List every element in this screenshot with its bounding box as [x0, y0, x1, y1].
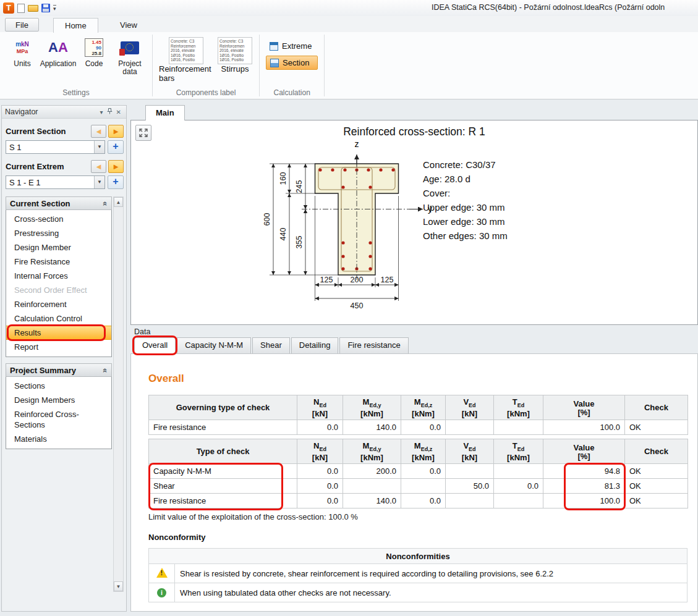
- sidebar-item-calculation-control[interactable]: Calculation Control: [6, 311, 111, 326]
- value-cell: 0.0: [401, 464, 446, 479]
- cross-section-drawing: z y: [224, 139, 440, 318]
- info-concrete: Concrete: C30/37: [423, 158, 508, 172]
- dim-200: 200: [351, 276, 364, 284]
- col-governing-type: Governing type of check: [149, 395, 297, 420]
- extreme-button[interactable]: Extreme: [266, 40, 318, 53]
- check-name-cell: Shear: [149, 479, 297, 494]
- info-icon: [157, 588, 166, 597]
- sidebar-item-sections[interactable]: Sections: [6, 379, 111, 393]
- tab-shear[interactable]: Shear: [252, 337, 290, 353]
- value-cell: 200.0: [343, 464, 401, 479]
- tab-main[interactable]: Main: [145, 105, 185, 120]
- tab-file[interactable]: File: [5, 18, 39, 32]
- main-area: Main Reinforced cross-section: R 1: [130, 105, 698, 612]
- project-summary-panel-header[interactable]: Project Summary «: [6, 363, 112, 377]
- section-info: Concrete: C30/37 Age: 28.0 d Cover: Uppe…: [423, 158, 508, 243]
- app-logo-icon[interactable]: T: [3, 2, 14, 14]
- dim-125-right: 125: [381, 276, 394, 284]
- col-value: Value[%]: [543, 395, 625, 420]
- value-cell: [446, 464, 494, 479]
- application-icon: AA: [48, 38, 68, 57]
- sidebar-item-prestressing[interactable]: Prestressing: [6, 226, 111, 240]
- current-extreme-combobox[interactable]: S 1 - E 1 ▼: [6, 175, 105, 189]
- code-button[interactable]: 1.459025.8 Code: [77, 36, 111, 70]
- navigator-panel: Navigator ▾ ✕ Current Section ◀ ▶ S 1 ▼ …: [1, 105, 127, 612]
- add-section-button[interactable]: +: [108, 140, 124, 154]
- pin-icon[interactable]: [105, 108, 114, 116]
- table-header-row: Nonconformities: [149, 549, 687, 564]
- info-cover: Cover:: [423, 186, 508, 200]
- reinforcement-bars-button[interactable]: Concrete: C3 Reinforcemen 2016, elevate …: [158, 36, 215, 84]
- sidebar-item-reinforced-cross-sections[interactable]: Reinforced Cross-Sections: [6, 407, 111, 432]
- sidebar-item-design-member[interactable]: Design Member: [6, 240, 111, 255]
- group-components-label: Concrete: C3 Reinforcemen 2016, elevate …: [153, 32, 259, 99]
- current-section-label: Current Section: [6, 127, 89, 136]
- value-cell: 0.0: [401, 494, 446, 508]
- scroll-down-icon[interactable]: ▼: [114, 581, 123, 591]
- nonconformity-text: Shear is resisted by concrete, shear rei…: [175, 564, 687, 583]
- prev-extreme-button[interactable]: ◀: [91, 160, 106, 173]
- col-ted: TEd[kNm]: [494, 439, 543, 464]
- value-cell: 94.8: [543, 464, 625, 479]
- chevron-down-icon[interactable]: ▼: [94, 176, 104, 188]
- save-icon[interactable]: [41, 4, 50, 12]
- project-summary-list: Sections Design Members Reinforced Cross…: [6, 377, 112, 449]
- table-row: When using tabulated data other checks a…: [149, 583, 687, 602]
- status-cell: OK: [625, 479, 688, 494]
- col-check: Check: [625, 395, 688, 420]
- value-cell: 100.0: [543, 420, 625, 435]
- value-cell: [494, 464, 543, 479]
- add-extreme-button[interactable]: +: [108, 175, 124, 189]
- stirrups-preview: Concrete: C3 Reinforcemen 2016, elevate …: [218, 37, 252, 64]
- chevron-down-icon[interactable]: ▼: [94, 141, 104, 153]
- prev-section-button[interactable]: ◀: [91, 125, 106, 138]
- panel-menu-icon[interactable]: ▾: [98, 109, 105, 116]
- col-ted: TEd[kNm]: [494, 395, 543, 420]
- stirrups-button[interactable]: Concrete: C3 Reinforcemen 2016, elevate …: [216, 36, 254, 75]
- dim-160: 160: [279, 172, 287, 185]
- customize-toolbar-icon[interactable]: ▾: [53, 5, 56, 12]
- sidebar-item-reinforcement[interactable]: Reinforcement: [6, 297, 111, 311]
- group-settings: mkNMPa Units AA Application 1.459025.8 C…: [0, 32, 152, 99]
- tab-overall[interactable]: Overall: [134, 337, 176, 354]
- application-button[interactable]: AA Application: [41, 36, 75, 70]
- sidebar-item-design-members[interactable]: Design Members: [6, 393, 111, 407]
- table-row: Fire resistance 0.0 140.0 0.0 100.0 OK: [149, 494, 688, 508]
- dim-355: 355: [295, 236, 304, 249]
- scroll-up-icon[interactable]: ▲: [114, 197, 123, 207]
- project-data-button[interactable]: Project data: [113, 36, 147, 78]
- axis-z-label: z: [355, 139, 359, 149]
- value-cell: 100.0: [543, 494, 625, 508]
- units-icon: mkNMPa: [15, 38, 29, 57]
- tab-fire-resistance[interactable]: Fire resistance: [339, 337, 408, 353]
- next-section-button[interactable]: ▶: [108, 125, 124, 138]
- next-extreme-button[interactable]: ▶: [108, 160, 124, 173]
- sidebar-item-results[interactable]: Results: [6, 326, 111, 340]
- open-file-icon[interactable]: [28, 5, 38, 12]
- units-button[interactable]: mkNMPa Units: [5, 36, 40, 70]
- current-section-combobox[interactable]: S 1 ▼: [6, 140, 105, 154]
- value-cell: [494, 420, 543, 435]
- table-row: Capacity N-M-M 0.0 200.0 0.0 94.8 OK: [149, 464, 688, 479]
- tab-capacity-nmm[interactable]: Capacity N-M-M: [177, 337, 251, 353]
- check-name-cell: Capacity N-M-M: [149, 464, 297, 479]
- tab-detailing[interactable]: Detailing: [291, 337, 339, 353]
- section-button[interactable]: Section: [266, 56, 318, 70]
- info-lower-edge: Lower edge: 30 mm: [423, 214, 508, 229]
- eu-flag-icon: [121, 38, 139, 57]
- navigator-scrollbar[interactable]: ▲ ▼: [113, 196, 124, 592]
- tab-view[interactable]: View: [109, 18, 148, 33]
- close-icon[interactable]: ✕: [114, 109, 123, 116]
- col-ved: VEd[kN]: [446, 395, 494, 420]
- sidebar-item-fire-resistance[interactable]: Fire Resistance: [6, 255, 111, 269]
- sidebar-item-cross-section[interactable]: Cross-section: [6, 212, 111, 226]
- sidebar-item-report[interactable]: Report: [6, 340, 111, 354]
- table-row: Fire resistance 0.0 140.0 0.0 100.0 OK: [149, 420, 688, 435]
- collapse-icon: «: [101, 368, 110, 372]
- sidebar-item-internal-forces[interactable]: Internal Forces: [6, 269, 111, 283]
- tab-home[interactable]: Home: [53, 18, 98, 33]
- dim-450: 450: [351, 302, 364, 310]
- new-file-icon[interactable]: [17, 4, 25, 13]
- current-section-panel-header[interactable]: Current Section «: [6, 196, 112, 210]
- sidebar-item-materials[interactable]: Materials: [6, 432, 111, 446]
